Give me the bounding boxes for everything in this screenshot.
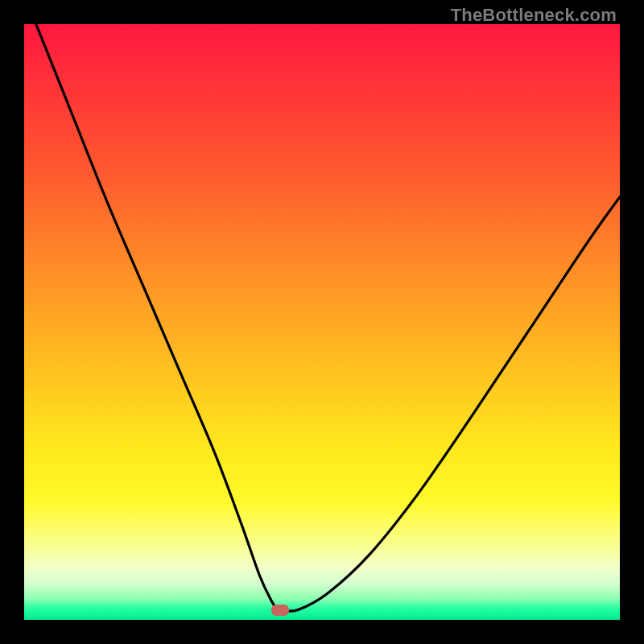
- curve-path: [36, 24, 620, 611]
- chart-frame: TheBottleneck.com: [0, 0, 644, 644]
- optimal-point-marker: [271, 605, 289, 616]
- watermark-text: TheBottleneck.com: [451, 5, 617, 26]
- bottleneck-curve: [24, 24, 620, 620]
- plot-area: [24, 24, 620, 620]
